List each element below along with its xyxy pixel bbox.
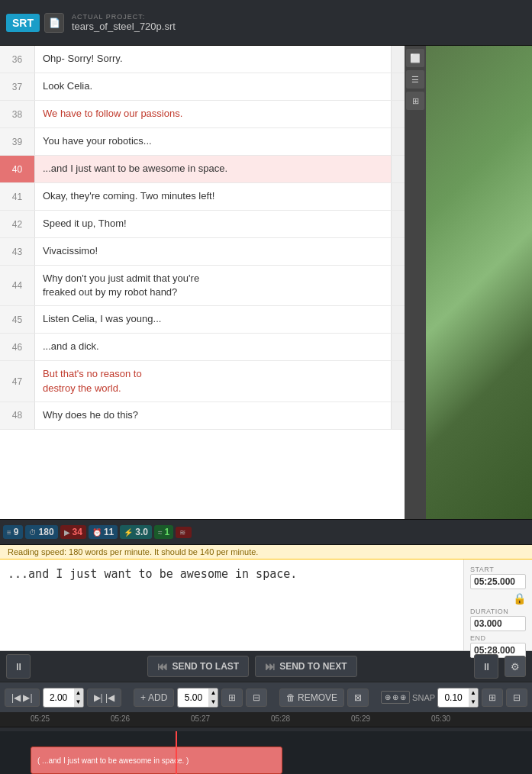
row-text: Look Celia.	[35, 73, 391, 100]
stat-speed: ⚡ 3.0	[120, 525, 152, 539]
sidebar-icon-2[interactable]: ☰	[406, 70, 424, 89]
table-row[interactable]: 47But that's no reason to destroy the wo…	[0, 361, 405, 402]
stat-duration: ⏱ 180	[25, 525, 58, 539]
row-number: 37	[0, 73, 35, 100]
zoom-in-button[interactable]: ⊞	[482, 689, 503, 707]
stat-speed-value: 3.0	[135, 527, 148, 537]
interval-spinner[interactable]: ▲ ▼	[74, 689, 83, 707]
row-right-bar	[391, 46, 405, 73]
interval-input[interactable]	[44, 691, 74, 705]
table-row[interactable]: 41Okay, they're coming. Two minutes left…	[0, 183, 405, 211]
row-number: 39	[0, 128, 35, 155]
subtitle-block-text: ( ...and I just want to be awesome in sp…	[37, 756, 189, 765]
snap-icon: ⊕	[385, 693, 391, 701]
table-row[interactable]: 37Look Celia.	[0, 73, 405, 101]
table-row[interactable]: 38We have to follow our passions.	[0, 101, 405, 128]
row-right-bar	[391, 238, 405, 265]
project-info: ACTUAL PROJECT: tears_of_steel_720p.srt	[72, 13, 176, 32]
row-text: Vivacissimo!	[35, 238, 391, 265]
add-icon: +	[140, 692, 146, 703]
add-value-group[interactable]: ▲ ▼	[177, 688, 218, 708]
send-next-icon: ⏭	[265, 660, 276, 672]
row-text: Why don't you just admit that you're fre…	[35, 266, 391, 305]
cps-icon: ▶	[64, 528, 70, 537]
send-to-next-button[interactable]: ⏭ SEND TO NEXT	[255, 656, 356, 677]
table-row[interactable]: 44Why don't you just admit that you're f…	[0, 266, 405, 306]
row-text: ...and I just want to be awesome in spac…	[35, 156, 391, 182]
row-text: Why does he do this?	[35, 402, 391, 429]
stat-subtitles: ≡ 9	[3, 525, 23, 539]
table-row[interactable]: 39You have your robotics...	[0, 128, 405, 156]
send-last-icon: ⏮	[157, 660, 168, 672]
stat-cps: ▶ 34	[60, 525, 86, 539]
subtitle-list[interactable]: 36Ohp- Sorry! Sorry.37Look Celia.38We ha…	[0, 46, 405, 519]
table-row[interactable]: 46...and a dick.	[0, 334, 405, 361]
add-up[interactable]: ▲	[208, 689, 218, 698]
add-label: ADD	[148, 692, 167, 703]
play-button[interactable]: ⏸	[6, 654, 31, 679]
srt-badge: SRT	[6, 14, 40, 32]
add-down[interactable]: ▼	[208, 698, 218, 707]
select-button[interactable]: ⊞	[221, 689, 243, 707]
row-text: Ohp- Sorry! Sorry.	[35, 46, 391, 73]
add-spinner[interactable]: ▲ ▼	[208, 689, 218, 707]
stat-error: ≋	[176, 527, 192, 538]
row-right-bar	[391, 101, 405, 127]
top-bar: SRT 📄 ACTUAL PROJECT: tears_of_steel_720…	[0, 0, 532, 46]
row-right-bar	[391, 266, 405, 305]
time-marker-1: 05:25	[31, 714, 50, 723]
project-filename: tears_of_steel_720p.srt	[72, 21, 176, 32]
timeline-track[interactable]: ( ...and I just want to be awesome in sp…	[0, 731, 532, 774]
add-value-input[interactable]	[178, 691, 208, 705]
playhead	[176, 731, 177, 774]
snap-up[interactable]: ▲	[469, 689, 478, 698]
play-button-right[interactable]: ⏸	[474, 654, 498, 679]
table-row[interactable]: 36Ohp- Sorry! Sorry.	[0, 46, 405, 73]
row-number: 45	[0, 306, 35, 333]
video-preview	[426, 46, 532, 519]
interval-down[interactable]: ▼	[74, 698, 83, 707]
subtitle-block[interactable]: ( ...and I just want to be awesome in sp…	[31, 747, 282, 774]
lock-icon[interactable]: 🔒	[470, 592, 526, 605]
table-row[interactable]: 40...and I just want to be awesome in sp…	[0, 156, 405, 183]
sidebar-icon-1[interactable]: ⬜	[406, 49, 424, 67]
remove-label: REMOVE	[298, 692, 337, 703]
edit-text-input[interactable]	[0, 560, 463, 650]
join-button[interactable]: ▶| |◀	[87, 689, 122, 707]
row-text: Listen Celia, I was young...	[35, 306, 391, 333]
add-button[interactable]: + ADD	[134, 689, 174, 707]
table-row[interactable]: 48Why does he do this?	[0, 402, 405, 430]
table-row[interactable]: 45Listen Celia, I was young...	[0, 306, 405, 334]
settings-button[interactable]: ⚙	[505, 656, 526, 677]
merge-button[interactable]: ⊟	[246, 689, 267, 707]
row-text: We have to follow our passions.	[35, 101, 391, 127]
time-marker-5: 05:29	[351, 714, 370, 723]
edit-panel[interactable]: START 05:25.000 🔒 DURATION 03.000 END 05…	[0, 560, 532, 651]
snap-value-input[interactable]	[438, 691, 469, 705]
snap-down[interactable]: ▼	[469, 698, 478, 707]
interval-input-group[interactable]: ▲ ▼	[43, 688, 84, 708]
remove-button[interactable]: 🗑 REMOVE	[279, 689, 344, 707]
snap-spinner[interactable]: ▲ ▼	[469, 689, 478, 707]
timeline-area[interactable]: 05:25 05:26 05:27 05:28 05:29 05:30 ( ..…	[0, 712, 532, 774]
snap-input-group[interactable]: ▲ ▼	[437, 688, 479, 708]
snap-group: ⊕ ⊕ ⊕ SNAP ▲ ▼	[381, 688, 479, 708]
start-value[interactable]: 05:25.000	[470, 574, 526, 589]
row-text: But that's no reason to destroy the worl…	[35, 361, 391, 401]
row-text: ...and a dick.	[35, 334, 391, 360]
stat-time2: ⏰ 11	[89, 525, 118, 539]
file-icon[interactable]: 📄	[44, 13, 64, 33]
table-row[interactable]: 43Vivacissimo!	[0, 238, 405, 266]
interval-up[interactable]: ▲	[74, 689, 83, 698]
sidebar-icon-3[interactable]: ⊞	[406, 92, 424, 110]
duration-value[interactable]: 03.000	[470, 616, 526, 631]
stat-subtitles-value: 9	[14, 527, 19, 537]
toolbar2: |◀ ▶| ▲ ▼ ▶| |◀ + ADD ▲ ▼ ⊞ ⊟ 🗑 REMOVE ⊠…	[0, 682, 532, 712]
stat-time2-value: 11	[104, 527, 114, 537]
send-to-last-button[interactable]: ⏮ SEND TO LAST	[147, 656, 249, 677]
zoom-out-button[interactable]: ⊟	[506, 689, 527, 707]
split-button[interactable]: |◀ ▶|	[5, 689, 40, 707]
row-number: 47	[0, 361, 35, 401]
table-row[interactable]: 42Speed it up, Thom!	[0, 211, 405, 238]
extra-button[interactable]: ⊠	[347, 689, 369, 707]
